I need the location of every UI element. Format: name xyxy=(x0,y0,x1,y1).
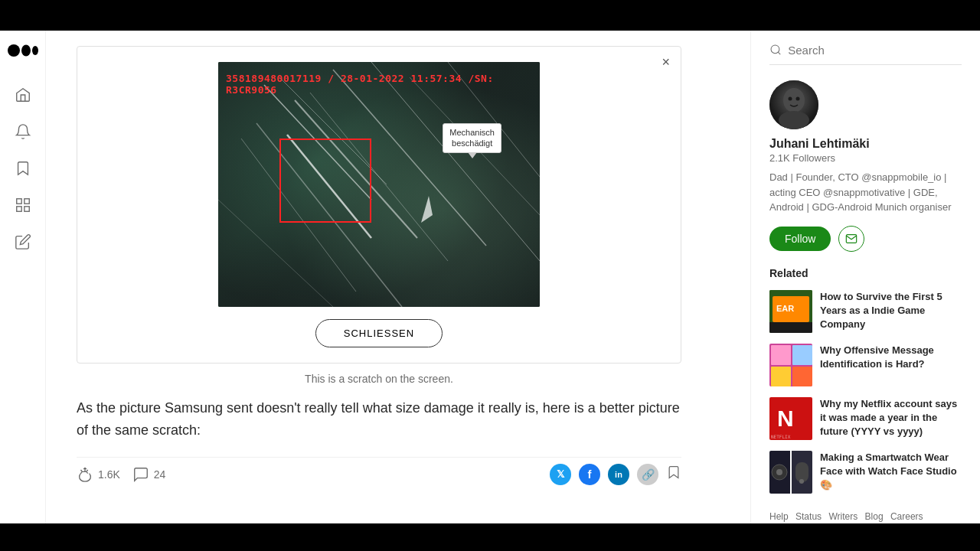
svg-rect-31 xyxy=(769,322,812,333)
bottom-black-bar xyxy=(0,523,980,537)
search-bar[interactable] xyxy=(769,43,962,65)
modal-image: 358189480017119 / 28-01-2022 11:57:34 /S… xyxy=(218,62,540,307)
svg-point-45 xyxy=(799,479,804,484)
comment-button[interactable]: 24 xyxy=(132,466,166,483)
related-item[interactable]: Making a Smartwatch Wear Face with Watch… xyxy=(769,451,962,494)
article-body: As the picture Samsung sent doesn't real… xyxy=(77,397,681,442)
related-item-title-2: Why Offensive Message Identification is … xyxy=(820,344,962,371)
follow-button[interactable]: Follow xyxy=(769,227,831,251)
svg-rect-33 xyxy=(771,345,791,365)
svg-rect-36 xyxy=(792,367,812,386)
damage-box xyxy=(279,139,371,223)
author-actions: Follow xyxy=(769,226,962,252)
image-timestamp: 358189480017119 / 28-01-2022 11:57:34 /S… xyxy=(226,73,532,96)
related-title: Related xyxy=(769,267,962,279)
svg-point-1 xyxy=(21,45,31,57)
related-item[interactable]: EAR How to Survive the First 5 Years as … xyxy=(769,290,962,333)
svg-text:EAR: EAR xyxy=(776,304,794,313)
main-content: × xyxy=(46,31,712,537)
svg-rect-5 xyxy=(24,207,28,211)
home-icon[interactable] xyxy=(14,86,32,104)
related-thumb-4 xyxy=(769,451,812,494)
search-input[interactable] xyxy=(788,44,962,57)
svg-point-2 xyxy=(32,46,38,55)
svg-rect-8 xyxy=(218,62,540,307)
svg-rect-3 xyxy=(16,199,21,204)
image-caption: This is a scratch on the screen. xyxy=(77,373,681,385)
svg-point-24 xyxy=(783,88,805,112)
related-thumb-2 xyxy=(769,344,812,386)
bookmark-list-icon[interactable] xyxy=(14,159,32,178)
svg-rect-4 xyxy=(24,199,28,204)
twitter-share-icon[interactable]: 𝕏 xyxy=(550,464,571,485)
svg-point-0 xyxy=(8,44,20,57)
svg-point-42 xyxy=(776,469,782,475)
svg-rect-34 xyxy=(792,345,812,365)
medium-logo[interactable] xyxy=(8,43,38,61)
image-modal: × xyxy=(77,46,681,364)
linkedin-share-icon[interactable]: in xyxy=(608,464,629,485)
modal-close-button[interactable]: × xyxy=(662,54,670,70)
search-icon xyxy=(769,43,782,57)
author-section: Juhani Lehtimäki 2.1K Followers Dad | Fo… xyxy=(769,80,962,252)
related-item-title-3: Why my Netflix account says it was made … xyxy=(820,397,962,439)
svg-text:NETFLIX: NETFLIX xyxy=(771,434,791,439)
save-button[interactable] xyxy=(666,465,681,484)
footer-links: Help Status Writers Blog Careers Privacy… xyxy=(769,509,962,524)
svg-rect-6 xyxy=(16,207,21,211)
article-footer: 1.6K 24 𝕏 f in 🔗 xyxy=(77,457,681,491)
top-black-bar xyxy=(0,0,980,31)
link-share-icon[interactable]: 🔗 xyxy=(637,464,658,485)
related-thumb-3: N NETFLIX xyxy=(769,397,812,440)
schliessen-button[interactable]: SCHLIESSEN xyxy=(315,319,443,347)
damage-label: Mechanisch beschädigt xyxy=(443,123,501,153)
footer-link-writers[interactable]: Writers xyxy=(828,511,858,522)
svg-point-25 xyxy=(779,111,809,129)
svg-point-26 xyxy=(789,97,792,101)
clap-count: 1.6K xyxy=(98,468,120,481)
subscribe-button[interactable] xyxy=(838,226,864,252)
related-item-title-1: How to Survive the First 5 Years as a In… xyxy=(820,290,962,332)
svg-point-22 xyxy=(771,45,779,54)
svg-point-27 xyxy=(796,97,800,101)
related-thumb-1: EAR xyxy=(769,290,812,333)
left-sidebar xyxy=(0,31,46,537)
facebook-share-icon[interactable]: f xyxy=(579,464,600,485)
svg-rect-35 xyxy=(771,367,791,386)
related-section: Related EAR How to Survive the First 5 Y… xyxy=(769,267,962,494)
write-icon[interactable] xyxy=(14,233,32,251)
footer-link-help[interactable]: Help xyxy=(769,511,789,522)
bell-icon[interactable] xyxy=(14,122,32,141)
author-followers: 2.1K Followers xyxy=(769,152,962,164)
related-item[interactable]: N NETFLIX Why my Netflix account says it… xyxy=(769,397,962,440)
related-item[interactable]: Why Offensive Message Identification is … xyxy=(769,344,962,386)
comment-count: 24 xyxy=(154,468,166,481)
svg-marker-21 xyxy=(421,196,433,223)
author-bio: Dad | Founder, CTO @snappmobile_io | act… xyxy=(769,170,962,215)
footer-link-blog[interactable]: Blog xyxy=(865,511,884,522)
footer-link-careers[interactable]: Careers xyxy=(890,511,923,522)
author-avatar xyxy=(769,80,818,129)
right-sidebar: Juhani Lehtimäki 2.1K Followers Dad | Fo… xyxy=(750,31,980,523)
svg-rect-7 xyxy=(218,62,540,307)
clap-button[interactable]: 1.6K xyxy=(77,466,120,483)
author-name: Juhani Lehtimäki xyxy=(769,137,962,151)
svg-text:N: N xyxy=(777,406,794,431)
footer-link-status[interactable]: Status xyxy=(795,511,822,522)
related-item-title-4: Making a Smartwatch Wear Face with Watch… xyxy=(820,451,962,493)
stories-icon[interactable] xyxy=(14,196,32,214)
